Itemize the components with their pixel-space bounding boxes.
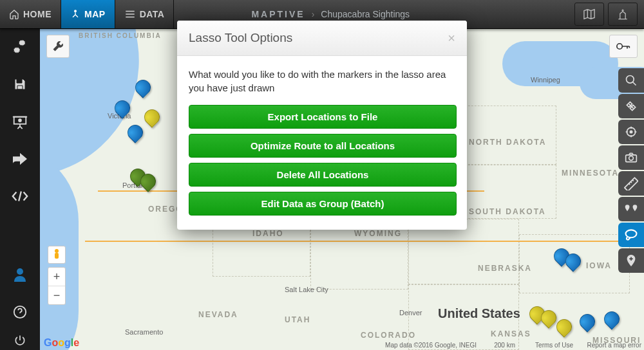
state-label: COLORADO (361, 331, 416, 340)
state-label: NEVADA (198, 310, 238, 319)
state-label: NORTH DAKOTA (469, 138, 546, 147)
lasso-tool[interactable] (618, 223, 644, 247)
save-button[interactable] (0, 66, 40, 103)
map-nav-icon (70, 9, 80, 19)
camera-icon (625, 152, 638, 163)
power-icon (14, 334, 26, 347)
code-icon (11, 190, 29, 203)
present-button[interactable] (0, 103, 40, 140)
target-tool[interactable] (618, 120, 644, 144)
streetview-pegman[interactable] (48, 246, 66, 264)
settings-button[interactable] (0, 28, 40, 66)
map-tools-button[interactable] (46, 35, 70, 58)
delete-locations-button[interactable]: Delete All Locations (189, 163, 457, 187)
lasso-options-modal: Lasso Tool Options × What would you like… (177, 21, 467, 230)
ruler-tool[interactable] (618, 171, 644, 196)
google-logo: Google (44, 337, 79, 349)
pin-plus-icon (625, 253, 638, 268)
power-button[interactable] (0, 331, 40, 350)
svg-rect-11 (625, 178, 638, 190)
country-label: United States (438, 306, 520, 321)
modal-header: Lasso Tool Options × (177, 21, 467, 56)
help-button[interactable] (0, 293, 40, 331)
state-label: IDAHO (252, 229, 284, 238)
city-label: Salt Lake City (285, 286, 328, 293)
nav-home-button[interactable]: HOME (0, 0, 61, 28)
export-locations-button[interactable]: Export Locations to File (189, 105, 457, 129)
data-icon (124, 10, 136, 19)
snapshot-tool[interactable] (618, 145, 644, 170)
brand-logo: MAPTIVE (251, 9, 305, 19)
zoom-in-button[interactable]: + (48, 268, 65, 286)
state-label: WYOMING (354, 229, 402, 238)
account-button[interactable] (0, 256, 40, 293)
search-tool[interactable] (618, 68, 644, 93)
embed-button[interactable] (0, 178, 40, 215)
lasso-icon (624, 228, 638, 241)
presentation-icon (12, 113, 28, 130)
city-label: Sacramento (125, 328, 163, 336)
state-label: UTAH (285, 315, 310, 324)
svg-point-5 (617, 44, 622, 49)
home-icon (9, 9, 19, 19)
svg-point-13 (55, 249, 59, 253)
state-label: KANSAS (491, 329, 531, 338)
map-tool-column (618, 68, 644, 273)
nav-data-button[interactable]: DATA (115, 0, 175, 28)
satellite-tool[interactable] (618, 94, 644, 118)
key-icon (616, 42, 630, 51)
modal-close-button[interactable]: × (448, 32, 455, 44)
svg-point-0 (74, 10, 77, 12)
modal-title: Lasso Tool Options (189, 31, 448, 45)
help-icon (13, 305, 27, 319)
share-icon (12, 152, 28, 166)
gears-icon (12, 39, 28, 55)
save-icon (12, 77, 28, 92)
map-title[interactable]: Chupacabra Sightings (321, 9, 410, 19)
pegman-icon (52, 248, 61, 261)
optimize-route-button[interactable]: Optimize Route to all Locations (189, 134, 457, 158)
search-icon (625, 74, 638, 87)
wrench-icon (52, 41, 64, 52)
map-report[interactable]: Report a map error (587, 342, 641, 349)
modal-prompt: What would you like to do with the marke… (189, 68, 455, 95)
left-sidebar (0, 28, 40, 350)
add-pin-tool[interactable] (618, 248, 644, 273)
pins-icon (624, 203, 638, 215)
modal-body: What would you like to do with the marke… (177, 56, 467, 230)
map-terms[interactable]: Terms of Use (535, 342, 573, 349)
state-label: BRITISH COLUMBIA (79, 32, 162, 39)
ruler-icon (624, 176, 638, 190)
svg-rect-14 (55, 253, 59, 259)
state-label: NEBRASKA (478, 264, 532, 273)
multi-pin-tool[interactable] (618, 197, 644, 221)
svg-point-12 (626, 230, 637, 237)
add-location-button[interactable] (608, 3, 638, 26)
map-scale: 200 km (494, 342, 515, 349)
breadcrumb-chevron: › (312, 9, 315, 19)
target-icon (625, 125, 638, 138)
edit-batch-button[interactable]: Edit Data as Group (Batch) (189, 192, 457, 216)
fold-map-icon (582, 8, 596, 20)
svg-point-10 (629, 156, 634, 161)
zoom-control: + − (48, 267, 66, 305)
nav-map-button[interactable]: MAP (61, 0, 115, 28)
map-key-button[interactable] (609, 35, 638, 58)
nav-home-label: HOME (23, 9, 52, 19)
view-map-button[interactable] (574, 3, 604, 26)
svg-point-8 (630, 131, 632, 133)
user-icon (14, 268, 26, 282)
svg-point-3 (17, 268, 23, 275)
svg-point-2 (19, 119, 21, 122)
state-label: IOWA (586, 261, 612, 270)
nav-data-label: DATA (140, 9, 165, 19)
share-button[interactable] (0, 140, 40, 178)
city-label: Winnipeg (531, 76, 560, 84)
nav-map-label: MAP (84, 9, 106, 19)
state-label: MINNESOTA (562, 169, 619, 178)
state-label: SOUTH DAKOTA (469, 207, 546, 216)
church-icon (616, 8, 629, 21)
satellite-icon (625, 100, 638, 113)
zoom-out-button[interactable]: − (48, 286, 65, 304)
map-attribution: Map data ©2016 Google, INEGI (385, 342, 477, 349)
